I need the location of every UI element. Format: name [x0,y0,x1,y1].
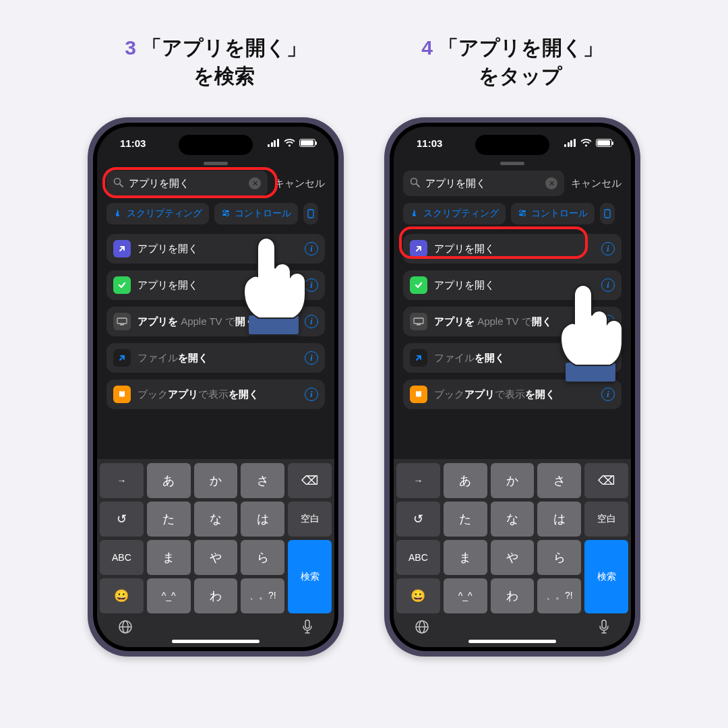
mic-icon[interactable] [597,619,611,639]
key-na[interactable]: な [194,502,238,537]
key-delete[interactable]: ⌫ [584,463,628,498]
status-time: 11:03 [417,138,442,149]
result-books[interactable]: ブックアプリで表示を開く i [403,380,621,409]
key-undo[interactable]: ↺ [396,502,440,537]
row-label: ファイルを開く [138,352,298,365]
info-icon[interactable]: i [305,388,318,401]
results-list: アプリを開く i アプリを開く i アプリを Apple TV で開く [394,234,631,409]
books-icon [113,386,131,403]
key-undo[interactable]: ↺ [100,502,144,537]
control-icon [518,208,527,220]
search-query: アプリを開く [129,177,243,190]
info-icon[interactable]: i [601,388,615,401]
key-na[interactable]: な [491,502,535,537]
result-open-app-alt[interactable]: アプリを開く i [403,270,621,300]
info-icon[interactable]: i [601,242,615,255]
chip-control[interactable]: コントロール [214,203,298,224]
key-sa[interactable]: さ [241,463,284,498]
search-input[interactable]: アプリを開く ✕ [403,171,564,196]
chip-scripting[interactable]: スクリプティング [107,203,209,224]
result-appletv[interactable]: アプリを Apple TV で開く i [107,307,325,336]
chip-more[interactable] [600,203,615,224]
key-arrow[interactable]: → [396,463,440,498]
open-app-icon [410,240,427,257]
info-icon[interactable]: i [601,278,615,292]
battery-icon [596,139,612,147]
cancel-button[interactable]: キャンセル [571,177,621,190]
sheet-grabber[interactable] [204,162,228,165]
chip-scripting[interactable]: スクリプティング [403,203,506,224]
home-indicator[interactable] [172,640,260,643]
key-ra[interactable]: ら [241,540,284,575]
key-punct[interactable]: 、。?! [241,578,284,613]
result-open-app[interactable]: アプリを開く i [107,234,325,264]
key-kaomoji[interactable]: ^_^ [444,578,487,613]
info-icon[interactable]: i [305,278,318,292]
mic-icon[interactable] [301,619,314,639]
key-ra[interactable]: ら [537,540,581,575]
result-open-file[interactable]: ファイルを開く i [107,343,325,373]
key-wa[interactable]: わ [491,578,535,613]
result-open-app[interactable]: アプリを開く i [403,234,621,264]
key-search[interactable]: 検索 [288,540,332,613]
key-ya[interactable]: や [491,540,535,575]
caption-line: 「アプリを開く」 [142,34,307,62]
key-ha[interactable]: は [537,502,581,537]
svg-point-4 [223,210,226,212]
clear-icon[interactable]: ✕ [545,177,557,189]
info-icon[interactable]: i [305,351,318,365]
device-icon [603,209,611,218]
key-abc[interactable]: ABC [396,540,440,575]
info-icon[interactable]: i [601,351,615,365]
home-indicator[interactable] [468,640,556,643]
key-ha[interactable]: は [241,502,284,537]
result-appletv[interactable]: アプリを Apple TV で開く i [403,307,621,336]
key-ta[interactable]: た [444,502,487,537]
key-arrow[interactable]: → [100,463,144,498]
key-a[interactable]: あ [444,463,487,498]
cancel-button[interactable]: キャンセル [274,177,325,190]
key-sa[interactable]: さ [537,463,581,498]
globe-icon[interactable] [414,619,430,639]
result-books[interactable]: ブックアプリで表示を開く i [107,380,325,409]
globe-icon[interactable] [117,619,133,639]
key-ka[interactable]: か [491,463,535,498]
sheet-grabber[interactable] [500,162,524,165]
key-kaomoji[interactable]: ^_^ [147,578,191,613]
step-number: 4 [421,34,433,62]
step-4: 4 「アプリを開く」 をタップ 11:03 [384,34,640,657]
chip-more[interactable] [303,203,318,224]
result-open-file[interactable]: ファイルを開く i [403,343,621,373]
key-wa[interactable]: わ [194,578,238,613]
search-icon [113,177,123,190]
svg-rect-21 [414,318,423,324]
key-ya[interactable]: や [194,540,238,575]
search-icon [410,177,420,190]
key-delete[interactable]: ⌫ [288,463,332,498]
key-space[interactable]: 空白 [584,502,628,537]
phone-frame: 11:03 アプリを開く ✕ キャンセル [384,117,640,657]
clear-icon[interactable]: ✕ [249,177,261,189]
info-icon[interactable]: i [305,242,318,255]
key-ka[interactable]: か [194,463,238,498]
info-icon[interactable]: i [601,315,615,328]
search-query: アプリを開く [425,177,540,190]
info-icon[interactable]: i [305,315,318,328]
key-emoji[interactable]: 😀 [100,578,144,613]
key-abc[interactable]: ABC [100,540,144,575]
key-search[interactable]: 検索 [584,540,628,613]
key-ta[interactable]: た [147,502,191,537]
category-chips: スクリプティング コントロール [394,203,631,234]
key-emoji[interactable]: 😀 [396,578,440,613]
key-punct[interactable]: 、。?! [537,578,581,613]
key-a[interactable]: あ [147,463,191,498]
chip-control[interactable]: コントロール [511,203,595,224]
search-input[interactable]: アプリを開く ✕ [107,171,268,196]
key-space[interactable]: 空白 [288,502,332,537]
keyboard: → あ か さ ⌫ ↺ た な は 空白 ABC ま や ら 検索 😀 [394,459,631,647]
result-open-app-alt[interactable]: アプリを開く i [107,270,325,300]
wifi-icon [284,138,295,149]
key-ma[interactable]: ま [147,540,191,575]
svg-point-18 [520,210,522,212]
key-ma[interactable]: ま [444,540,487,575]
